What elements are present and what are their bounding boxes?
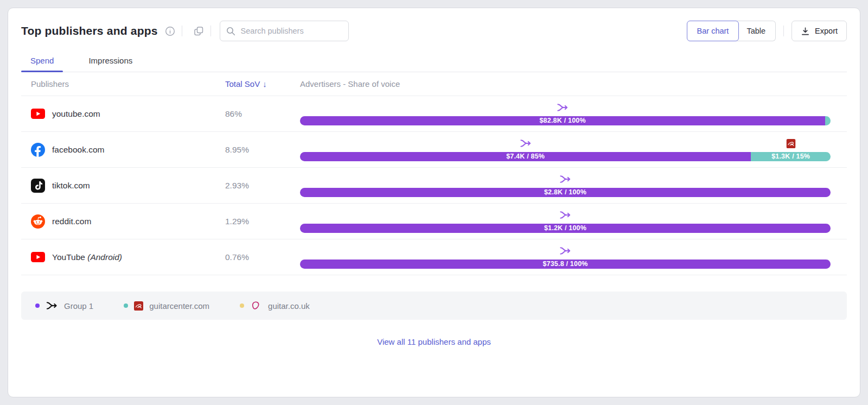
- metric-tabs: Spend Impressions: [21, 49, 847, 72]
- publisher-cell: youtube.com: [31, 109, 225, 119]
- share-of-voice-cell: $1.2K / 100%: [300, 210, 845, 233]
- group-merge-icon: [559, 246, 572, 255]
- group-merge-icon: [559, 211, 572, 219]
- search-input[interactable]: [220, 21, 349, 41]
- legend-dot: [240, 303, 244, 308]
- publisher-name-text: youtube.com: [52, 109, 100, 118]
- header-divider: [783, 26, 784, 36]
- total-sov-value: 8.95%: [225, 145, 300, 155]
- tab-impressions[interactable]: Impressions: [79, 49, 142, 72]
- publisher-name-text: reddit.com: [52, 217, 91, 226]
- publisher-name: youtube.com: [52, 109, 100, 119]
- segment-value-label: $1.2K / 100%: [300, 224, 831, 233]
- table-row[interactable]: tiktok.com 2.93% $2.8K / 100%: [21, 168, 847, 204]
- card-header: Top publishers and apps: [21, 20, 847, 42]
- card-footer: View all 11 publishers and apps: [21, 337, 847, 346]
- sov-bar: $1.2K / 100%: [300, 224, 831, 233]
- share-of-voice-cell: $2.8K / 100%: [300, 174, 845, 197]
- segment-value-label: $735.8 / 100%: [300, 260, 831, 269]
- column-header-advertisers: Advertisers - Share of voice: [300, 79, 845, 88]
- tiktok-favicon: [31, 179, 45, 193]
- header-divider: [182, 26, 182, 36]
- legend-item[interactable]: guitarcenter.com: [124, 301, 209, 311]
- publisher-name: reddit.com: [52, 217, 91, 226]
- view-all-link[interactable]: View all 11 publishers and apps: [377, 337, 491, 346]
- sov-bar-segment-group1[interactable]: $82.8K / 100%: [300, 116, 825, 125]
- youtube-favicon: [31, 109, 45, 119]
- chart-legend: Group 1 guitarcenter.com guitar.co.uk: [21, 292, 847, 320]
- guitarcenter-favicon: [134, 301, 143, 311]
- sov-bar: $2.8K / 100%: [300, 188, 831, 197]
- table-toggle-button[interactable]: Table: [737, 21, 776, 41]
- total-sov-value: 1.29%: [225, 217, 300, 226]
- publisher-name: YouTube (Android): [52, 252, 122, 262]
- publisher-name-text: tiktok.com: [52, 181, 90, 190]
- publisher-name-suffix: (Android): [85, 252, 122, 262]
- export-button-label: Export: [815, 27, 838, 35]
- group-merge-icon: [557, 103, 569, 112]
- bar-chart-toggle-button[interactable]: Bar chart: [687, 21, 739, 41]
- publisher-name: tiktok.com: [52, 181, 90, 191]
- share-of-voice-bar-wrap: $82.8K / 100%: [300, 103, 831, 125]
- top-publishers-card: Top publishers and apps: [8, 8, 860, 397]
- download-icon: [801, 27, 810, 36]
- segment-value-label: $2.8K / 100%: [300, 188, 831, 197]
- share-of-voice-bar-wrap: $1.2K / 100%: [300, 210, 831, 233]
- sov-bar-segment-group1[interactable]: $735.8 / 100%: [300, 260, 831, 269]
- legend-label: Group 1: [64, 301, 93, 311]
- reddit-favicon: [31, 214, 45, 229]
- guitar-pick-icon: [250, 300, 262, 312]
- publisher-cell: reddit.com: [31, 214, 225, 229]
- share-of-voice-bar-wrap: $7.4K / 85%$1.3K / 15%: [300, 138, 831, 161]
- publisher-cell: tiktok.com: [31, 179, 225, 193]
- legend-dot: [124, 303, 128, 308]
- table-header-row: Publishers Total SoV ↓ Advertisers - Sha…: [21, 72, 847, 96]
- table-row[interactable]: YouTube (Android) 0.76% $735.8 / 100%: [21, 239, 847, 275]
- publisher-cell: YouTube (Android): [31, 252, 225, 262]
- publisher-name: facebook.com: [52, 145, 105, 155]
- sov-bar: $7.4K / 85%$1.3K / 15%: [300, 152, 831, 161]
- legend-item[interactable]: guitar.co.uk: [240, 300, 310, 312]
- sov-bar-segment-guitarcenter[interactable]: [825, 116, 831, 125]
- search-box: [220, 21, 349, 41]
- publisher-name-text: facebook.com: [52, 145, 105, 154]
- group-merge-icon: [559, 175, 572, 183]
- sort-descending-icon: ↓: [263, 79, 267, 88]
- sov-bar: $735.8 / 100%: [300, 260, 831, 269]
- table-row[interactable]: facebook.com 8.95% $7.4K / 85%$1.3K / 15…: [21, 132, 847, 168]
- share-of-voice-cell: $82.8K / 100%: [300, 103, 845, 125]
- column-header-publishers: Publishers: [31, 79, 225, 88]
- guitarcenter-favicon: [786, 139, 795, 148]
- group-merge-icon: [46, 301, 58, 310]
- sov-bar-segment-group1[interactable]: $7.4K / 85%: [300, 152, 751, 161]
- sov-bar-segment-group1[interactable]: $1.2K / 100%: [300, 224, 831, 233]
- total-sov-value: 2.93%: [225, 181, 300, 191]
- table-row[interactable]: reddit.com 1.29% $1.2K / 100%: [21, 204, 847, 239]
- share-of-voice-cell: $735.8 / 100%: [300, 246, 845, 269]
- header-actions: Bar chart Table Export: [687, 21, 847, 41]
- legend-label: guitarcenter.com: [149, 301, 209, 311]
- share-of-voice-bar-wrap: $2.8K / 100%: [300, 174, 831, 197]
- info-icon[interactable]: [163, 24, 177, 38]
- search-icon: [226, 27, 235, 38]
- copy-widget-icon[interactable]: [192, 24, 206, 38]
- column-header-total-sov[interactable]: Total SoV ↓: [225, 79, 300, 88]
- header-divider: [210, 26, 211, 36]
- total-sov-value: 86%: [225, 109, 300, 119]
- page-title: Top publishers and apps: [21, 24, 158, 37]
- share-of-voice-bar-wrap: $735.8 / 100%: [300, 246, 831, 269]
- share-of-voice-cell: $7.4K / 85%$1.3K / 15%: [300, 138, 845, 161]
- sov-bar-segment-guitarcenter[interactable]: $1.3K / 15%: [751, 152, 831, 161]
- table-row[interactable]: youtube.com 86% $82.8K / 100%: [21, 96, 847, 132]
- legend-label: guitar.co.uk: [268, 301, 310, 311]
- segment-value-label: $7.4K / 85%: [300, 152, 751, 161]
- legend-dot: [35, 303, 40, 308]
- tab-spend[interactable]: Spend: [21, 49, 63, 72]
- legend-item[interactable]: Group 1: [35, 301, 93, 311]
- segment-value-label: $82.8K / 100%: [300, 116, 825, 125]
- sov-bar-segment-group1[interactable]: $2.8K / 100%: [300, 188, 831, 197]
- publisher-name-text: YouTube: [52, 252, 85, 262]
- export-button[interactable]: Export: [792, 21, 847, 41]
- total-sov-value: 0.76%: [225, 252, 300, 262]
- publisher-cell: facebook.com: [31, 143, 225, 157]
